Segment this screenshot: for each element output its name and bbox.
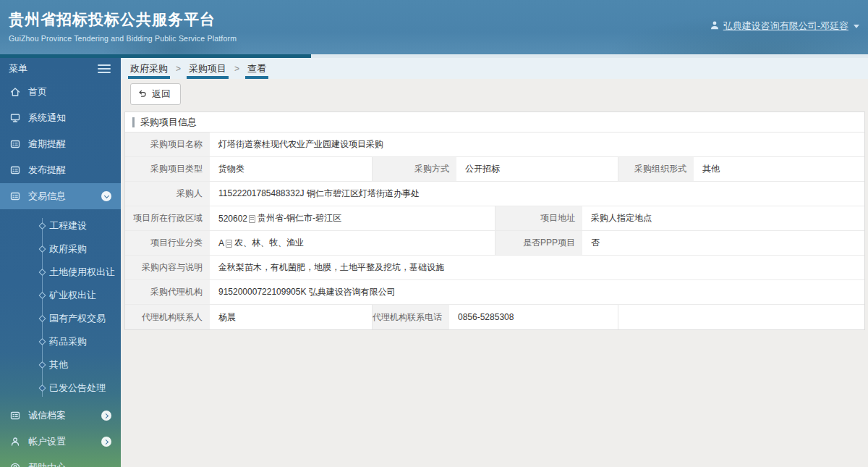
sidebar-item-account-settings[interactable]: 帐户设置 (0, 429, 121, 455)
field-label: 采购内容与说明 (125, 256, 210, 279)
field-value: 0856-5285308 (449, 305, 618, 329)
user-icon (710, 20, 720, 33)
field-label: 项目行业分类 (125, 231, 210, 255)
caret-down-icon (854, 25, 859, 28)
section-bar-icon (132, 117, 135, 127)
field-label: 项目地址 (495, 206, 582, 230)
user-name: 弘典建设咨询有限公司-邓廷容 (723, 20, 848, 33)
sidebar-subitem-published-announcements[interactable]: 已发公告处理 (0, 376, 121, 400)
breadcrumb: 政府采购 > 采购项目 > 查看 (121, 58, 868, 79)
chevron-right-icon (101, 437, 111, 447)
field-value: 否 (582, 231, 864, 255)
undo-icon (137, 89, 148, 99)
transaction-submenu: 工程建设 政府采购 土地使用权出让 矿业权出让 国有产权交易 药品采购 其他 已… (0, 209, 121, 403)
field-label: 代理机构联系电话 (372, 305, 449, 329)
sidebar-item-integrity-archive[interactable]: 诚信档案 (0, 403, 121, 429)
field-label: 采购代理机构 (125, 280, 210, 304)
sidebar-item-transaction-info[interactable]: 交易信息 (0, 183, 121, 209)
field-row-agency: 采购代理机构 91520000722109905K 弘典建设咨询有限公司 (125, 280, 864, 305)
monitor-icon (9, 112, 21, 125)
breadcrumb-separator: > (234, 58, 239, 79)
breadcrumb-separator: > (176, 58, 181, 79)
sidebar-item-label: 首页 (28, 85, 111, 98)
hamburger-icon[interactable] (98, 62, 111, 75)
sidebar-subitem-drug-procurement[interactable]: 药品采购 (0, 330, 121, 353)
person-icon (9, 436, 21, 448)
sidebar-item-label: 系统通知 (28, 112, 111, 125)
platform-subtitle: GuiZhou Province Tendering and Bidding P… (9, 34, 237, 43)
field-value: A农、林、牧、渔业 (210, 231, 495, 255)
field-value: 520602贵州省-铜仁市-碧江区 (210, 206, 495, 230)
sidebar-item-system-notice[interactable]: 系统通知 (0, 105, 121, 131)
sidebar-item-label: 帐户设置 (28, 435, 101, 448)
field-value: 采购人指定地点 (582, 206, 864, 230)
sidebar-subitem-land-use[interactable]: 土地使用权出让 (0, 261, 121, 284)
header-accent-light (311, 54, 868, 58)
breadcrumb-item-procurement-project[interactable]: 采购项目 (187, 58, 229, 79)
field-value: 91520000722109905K 弘典建设咨询有限公司 (210, 280, 864, 304)
sidebar-item-help-center[interactable]: 帮助中心 (0, 455, 121, 467)
sidebar-item-label: 逾期提醒 (28, 138, 111, 151)
help-icon (9, 462, 21, 467)
field-value: 11522201785488332J 铜仁市碧江区灯塔街道办事处 (210, 182, 864, 206)
empty-cell (618, 305, 864, 329)
field-row-type-method-orgform: 采购项目类型 货物类 采购方式 公开招标 采购组织形式 其他 (125, 157, 864, 182)
industry-text: 农、林、牧、渔业 (234, 237, 304, 249)
field-row-industry-ppp: 项目行业分类 A农、林、牧、渔业 是否PPP项目 否 (125, 231, 864, 256)
sidebar-subitem-mining-rights[interactable]: 矿业权出让 (0, 284, 121, 307)
field-label: 采购组织形式 (618, 157, 694, 181)
sidebar-subitem-gov-procurement[interactable]: 政府采购 (0, 237, 121, 261)
sidebar-item-label: 帮助中心 (28, 461, 111, 467)
field-label: 是否PPP项目 (495, 231, 582, 255)
field-row-region-address: 项目所在行政区域 520602贵州省-铜仁市-碧江区 项目地址 采购人指定地点 (125, 206, 864, 231)
breadcrumb-item-view[interactable]: 查看 (245, 58, 268, 79)
back-button[interactable]: 返回 (130, 83, 181, 105)
menu-label: 菜单 (9, 62, 27, 75)
toolbar: 返回 (121, 79, 868, 109)
app-root: 贵州省招标投标公共服务平台 GuiZhou Province Tendering… (0, 0, 868, 467)
header-titles: 贵州省招标投标公共服务平台 GuiZhou Province Tendering… (9, 9, 237, 43)
user-menu[interactable]: 弘典建设咨询有限公司-邓廷容 (710, 20, 859, 33)
field-label: 采购人 (125, 182, 210, 206)
sidebar-item-label: 交易信息 (28, 190, 101, 203)
card-icon (9, 164, 21, 177)
sidebar-item-home[interactable]: 首页 (0, 79, 121, 105)
sidebar-subitem-engineering[interactable]: 工程建设 (0, 214, 121, 237)
panel-title: 采购项目信息 (140, 116, 197, 129)
sidebar-subitem-other[interactable]: 其他 (0, 353, 121, 376)
field-value: 货物类 (210, 157, 372, 181)
card-icon (9, 138, 21, 151)
home-icon (9, 86, 21, 98)
field-row-content: 采购内容与说明 金秋梨苗木，有机菌肥，地膜，土地平整及挖坑，基础设施 (125, 256, 864, 280)
field-label: 采购方式 (372, 157, 456, 181)
chevron-right-icon (101, 411, 111, 421)
field-value: 金秋梨苗木，有机菌肥，地膜，土地平整及挖坑，基础设施 (210, 256, 864, 279)
detail-box-icon (226, 240, 232, 248)
chevron-down-icon (101, 191, 111, 201)
field-row-name: 采购项目名称 灯塔街道寨桂现代农业产业园建设项目采购 (125, 132, 864, 157)
sidebar-menu-header: 菜单 (0, 58, 121, 79)
project-info-panel: 采购项目信息 采购项目名称 灯塔街道寨桂现代农业产业园建设项目采购 采购项目类型… (124, 112, 865, 330)
field-label: 采购项目类型 (125, 157, 210, 181)
field-value: 公开招标 (456, 157, 618, 181)
panel-header: 采购项目信息 (125, 112, 864, 132)
card-icon (9, 410, 21, 422)
sidebar-item-label: 诚信档案 (28, 409, 101, 422)
field-value: 杨晨 (210, 305, 372, 329)
platform-title: 贵州省招标投标公共服务平台 (9, 9, 237, 30)
main-content: 政府采购 > 采购项目 > 查看 返回 采购项目信息 (121, 58, 868, 467)
field-label: 代理机构联系人 (125, 305, 210, 329)
field-label: 采购项目名称 (125, 132, 210, 156)
back-button-label: 返回 (152, 88, 171, 101)
breadcrumb-item-gov-procurement[interactable]: 政府采购 (128, 58, 170, 79)
project-info-table: 采购项目名称 灯塔街道寨桂现代农业产业园建设项目采购 采购项目类型 货物类 采购… (125, 132, 864, 329)
region-code: 520602 (218, 214, 247, 224)
field-row-agency-contact: 代理机构联系人 杨晨 代理机构联系电话 0856-5285308 (125, 305, 864, 329)
sidebar-item-label: 发布提醒 (28, 164, 111, 177)
detail-box-icon (249, 215, 255, 223)
sidebar-item-overdue-reminder[interactable]: 逾期提醒 (0, 131, 121, 157)
card-icon (9, 190, 21, 203)
sidebar-item-publish-reminder[interactable]: 发布提醒 (0, 157, 121, 183)
sidebar-subitem-state-property[interactable]: 国有产权交易 (0, 307, 121, 330)
sidebar: 菜单 首页 系统通知 逾期提醒 (0, 58, 121, 467)
